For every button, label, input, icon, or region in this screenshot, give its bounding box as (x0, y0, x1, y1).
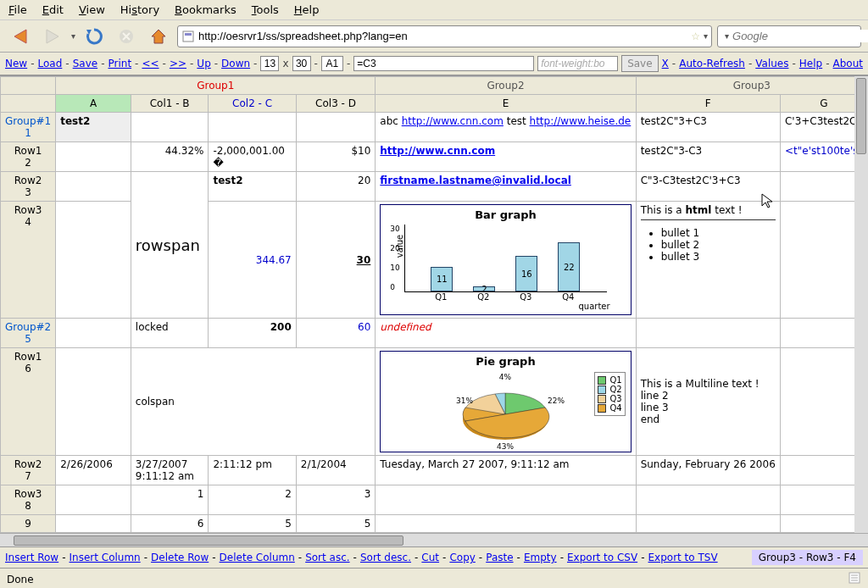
sheet-area[interactable]: Group1 Group2 Group3 A Col1 - B Col2 - C… (0, 75, 868, 533)
cell-b8[interactable]: 1 (131, 485, 209, 515)
dropdown-arrow-icon[interactable]: ▾ (71, 31, 75, 41)
corner-cell[interactable] (1, 77, 56, 95)
cell-c9[interactable]: 5 (209, 515, 296, 533)
cell-a3[interactable] (56, 172, 131, 202)
cell-a5[interactable] (56, 319, 131, 348)
cell-a8[interactable] (56, 485, 131, 515)
search-box[interactable]: ▾ (717, 25, 861, 47)
cell-e2[interactable]: http://www.cnn.com (376, 142, 636, 172)
notes-icon[interactable] (848, 571, 861, 587)
help-link[interactable]: Help (799, 58, 822, 69)
cell-e1[interactable]: abc http://www.cnn.com test http://www.h… (376, 113, 636, 142)
reload-button[interactable] (81, 25, 108, 48)
cell-c5[interactable]: 200 (209, 319, 296, 348)
new-link[interactable]: New (5, 58, 27, 69)
email-link[interactable]: firstname.lastname@invalid.local (380, 175, 571, 186)
sort-asc-link[interactable]: Sort asc. (305, 552, 349, 563)
star-icon[interactable]: ☆ (691, 31, 700, 42)
col-c-header[interactable]: Col2 - C (209, 95, 296, 113)
save-button[interactable]: Save (621, 55, 658, 72)
search-input[interactable] (732, 30, 868, 42)
sort-desc-link[interactable]: Sort desc. (360, 552, 411, 563)
menu-edit[interactable]: Edit (42, 3, 64, 16)
cell-c4[interactable]: 344.67 (209, 202, 296, 319)
heise-link[interactable]: http://www.heise.de (530, 115, 632, 127)
row6-header[interactable]: Row1 6 (1, 348, 56, 456)
copy-link[interactable]: Copy (449, 552, 475, 563)
menu-view[interactable]: View (79, 3, 105, 16)
cell-c3[interactable]: test2 (209, 172, 296, 202)
values-link[interactable]: Values (755, 58, 788, 69)
cell-f2[interactable]: test2C"3-C3 (636, 142, 780, 172)
cnn-link[interactable]: http://www.cnn.com (402, 115, 504, 127)
forward-button[interactable] (39, 25, 66, 48)
cell-f4[interactable]: This is a html text ! bullet 1 bullet 2 … (636, 202, 780, 319)
cell-e5[interactable]: undefined (376, 319, 636, 348)
autorefresh-link[interactable]: Auto-Refresh (679, 58, 745, 69)
row8-header[interactable]: Row3 8 (1, 485, 56, 515)
up-link[interactable]: Up (197, 58, 210, 69)
cell-a7[interactable]: 2/26/2006 (56, 456, 131, 485)
menu-tools[interactable]: Tools (252, 3, 279, 16)
cell-a4[interactable] (56, 202, 131, 319)
cell-b3[interactable]: rowspan (131, 172, 209, 319)
menu-help[interactable]: Help (294, 3, 320, 16)
cell-e6[interactable]: Pie graph 4% 22% 31% 43% Q1 Q2 (376, 348, 636, 456)
row5-header[interactable]: Group#2 5 (1, 319, 56, 348)
cell-b2[interactable]: 44.32% (131, 142, 209, 172)
cell-c7[interactable]: 2:11:12 pm (209, 456, 296, 485)
x-link[interactable]: X (662, 58, 669, 69)
group3-header[interactable]: Group3 (636, 77, 867, 95)
insert-col-link[interactable]: Insert Column (70, 552, 141, 563)
cell-b7[interactable]: 3/27/2007 9:11:12 am (131, 456, 209, 485)
group1-header[interactable]: Group1 (56, 77, 376, 95)
load-link[interactable]: Load (38, 58, 63, 69)
cell-d9[interactable]: 5 (296, 515, 376, 533)
row4-header[interactable]: Row3 4 (1, 202, 56, 319)
menu-bookmarks[interactable]: Bookmarks (175, 3, 236, 16)
cell-c8[interactable]: 2 (209, 485, 296, 515)
col-f-header[interactable]: F (636, 95, 780, 113)
url-input[interactable] (198, 30, 687, 42)
empty-link[interactable]: Empty (524, 552, 557, 563)
cell-b6[interactable]: colspan (131, 348, 375, 456)
row9-header[interactable]: 9 (1, 515, 56, 533)
cell-f8[interactable] (636, 485, 780, 515)
cell-b5[interactable]: locked (131, 319, 209, 348)
menu-file[interactable]: File (8, 3, 27, 16)
cell-d1[interactable] (296, 113, 376, 142)
back-button[interactable] (7, 25, 34, 48)
cell-b1[interactable] (131, 113, 209, 142)
cell-f6[interactable]: This is a Multiline text ! line 2 line 3… (636, 348, 780, 456)
cell-a1[interactable]: test2 (56, 113, 131, 142)
delete-col-link[interactable]: Delete Column (220, 552, 295, 563)
cell-e8[interactable] (376, 485, 636, 515)
export-csv-link[interactable]: Export to CSV (567, 552, 637, 563)
row2-header[interactable]: Row1 2 (1, 142, 56, 172)
insert-row-link[interactable]: Insert Row (5, 552, 58, 563)
about-link[interactable]: About (833, 58, 863, 69)
row1-header[interactable]: Group#1 1 (1, 113, 56, 142)
cell-d8[interactable]: 3 (296, 485, 376, 515)
col-e-header[interactable]: E (376, 95, 636, 113)
cols-input[interactable] (260, 56, 279, 71)
cell-e9[interactable] (376, 515, 636, 533)
cell-b9[interactable]: 6 (131, 515, 209, 533)
menu-history[interactable]: History (120, 3, 159, 16)
cell-f7[interactable]: Sunday, February 26 2006 (636, 456, 780, 485)
cell-e4[interactable]: Bar graph value 3020100 11 2 16 22 Q1Q2Q… (376, 202, 636, 319)
col-a-header[interactable]: A (56, 95, 131, 113)
paste-link[interactable]: Paste (486, 552, 513, 563)
cut-link[interactable]: Cut (421, 552, 439, 563)
cell-a9[interactable] (56, 515, 131, 533)
cell-d5[interactable]: 60 (296, 319, 376, 348)
stop-button[interactable] (113, 25, 140, 48)
cell-c1[interactable] (209, 113, 296, 142)
export-tsv-link[interactable]: Export to TSV (648, 552, 718, 563)
cell-d7[interactable]: 2/1/2004 (296, 456, 376, 485)
vertical-scrollbar[interactable] (854, 76, 868, 533)
cell-ref-input[interactable] (321, 56, 343, 71)
print-link[interactable]: Print (108, 58, 131, 69)
col-b-header[interactable]: Col1 - B (131, 95, 209, 113)
cnn-link-2[interactable]: http://www.cnn.com (380, 145, 495, 157)
